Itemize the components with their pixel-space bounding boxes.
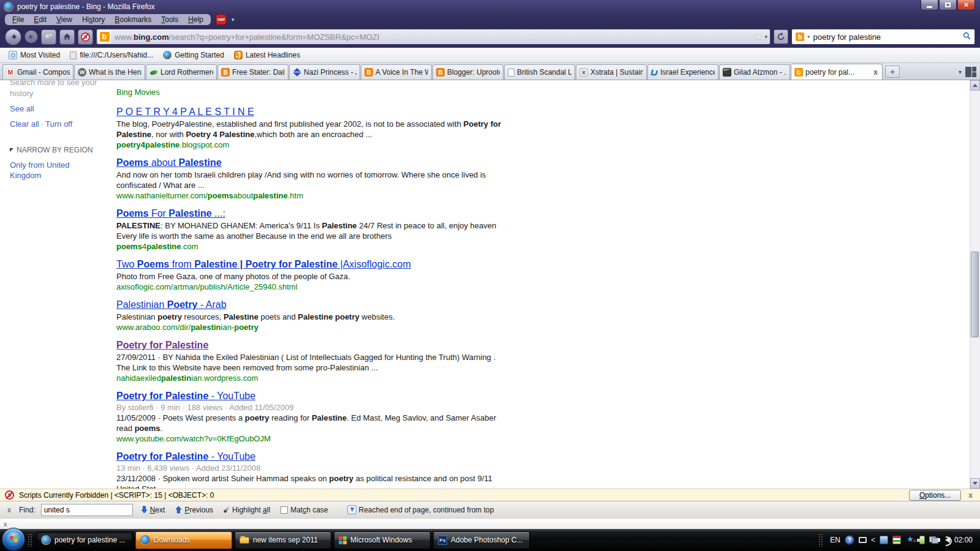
clear-all-link[interactable]: Clear all xyxy=(10,119,39,129)
language-indicator[interactable]: EN xyxy=(830,536,840,544)
taskbar-grip xyxy=(28,533,33,547)
back-button[interactable] xyxy=(5,29,21,45)
menu-history[interactable]: History xyxy=(77,15,110,24)
network-tray-icon[interactable] xyxy=(929,536,938,544)
favorites-tray-icon[interactable]: ★ xyxy=(905,535,915,545)
result-title-link[interactable]: Poems For Palestine ...: xyxy=(116,208,225,219)
file-icon xyxy=(70,51,77,59)
match-case-checkbox[interactable]: Match case xyxy=(278,504,330,515)
taskbar-button-downloads[interactable]: Downloads xyxy=(135,531,232,549)
region-filter-link[interactable]: Only from United Kingdom xyxy=(10,160,70,180)
highlight-all-button[interactable]: Highlight all xyxy=(221,504,273,515)
bookmark-getting-started[interactable]: Getting Started xyxy=(158,50,229,61)
menubar: File Edit View History Bookmarks Tools H… xyxy=(0,13,980,26)
bing-movies-link[interactable]: Bing Movies xyxy=(116,87,160,97)
menu-bookmarks[interactable]: Bookmarks xyxy=(110,15,156,24)
updates-tray-icon[interactable] xyxy=(880,536,888,544)
findbar-close-icon[interactable]: x xyxy=(5,506,13,514)
see-all-link[interactable]: See all xyxy=(10,104,34,113)
tray-expand-icon[interactable]: < xyxy=(871,536,875,544)
addon-bar: x xyxy=(0,518,980,529)
result-title-link[interactable]: Palestinian Poetry - Arab xyxy=(116,299,227,310)
taskbar-button-folder[interactable]: new items sep 2011 xyxy=(235,531,331,549)
menu-help[interactable]: Help xyxy=(183,15,208,24)
result-title-link[interactable]: Poetry for Palestine - YouTube xyxy=(116,451,255,462)
bookmark-latest-headlines[interactable]: Latest Headlines xyxy=(229,50,305,61)
result-title-link[interactable]: P O E T R Y 4 P A L E S T I N E xyxy=(116,106,254,118)
new-tab-button[interactable]: + xyxy=(885,66,900,78)
menu-view[interactable]: View xyxy=(51,15,77,24)
addon-toolbar-button[interactable] xyxy=(41,29,56,45)
vertical-scrollbar[interactable] xyxy=(970,80,980,489)
search-go-button[interactable] xyxy=(963,32,971,42)
turn-off-link[interactable]: Turn off xyxy=(45,119,72,129)
tab-a-voice[interactable]: BA Voice In The W... xyxy=(361,64,432,80)
search-engine-icon[interactable]: b xyxy=(796,32,804,41)
window-title: poetry for palestine - Bing - Mozilla Fi… xyxy=(17,2,155,11)
taskbar-button-firefox[interactable]: poetry for palestine ... xyxy=(36,531,133,549)
taskbar-button-photoshop[interactable]: Ps Adobe Photoshop C... xyxy=(433,531,530,549)
search-box[interactable]: b ▾ poetry for palestine xyxy=(791,29,975,45)
scroll-down-button[interactable] xyxy=(970,478,980,489)
tab-nazi-princess[interactable]: Nazi Princess - Ji... xyxy=(289,64,360,80)
start-button[interactable] xyxy=(2,528,25,551)
result-title-link-visited[interactable]: Poetry for Palestine xyxy=(116,339,208,351)
star-dropdown-icon[interactable]: ▾ xyxy=(764,34,767,40)
search-result-3: Poems For Palestine ...: PALESTINE: BY M… xyxy=(116,208,501,252)
minimize-button[interactable] xyxy=(921,0,938,10)
chevron-down-icon[interactable]: ▾ xyxy=(232,17,235,23)
url-bar[interactable]: b www.bing.com/search?q=poetry+for+pales… xyxy=(96,29,771,45)
scrollbar-thumb[interactable] xyxy=(971,252,979,337)
close-button[interactable]: × xyxy=(957,0,975,10)
reload-button[interactable] xyxy=(774,29,788,44)
result-title-link[interactable]: Poems about Palestine xyxy=(116,157,222,168)
windows-logo-icon xyxy=(10,535,18,543)
find-previous-button[interactable]: Previous xyxy=(173,504,216,515)
bookmark-most-visited[interactable]: Most Visited xyxy=(4,50,65,61)
forward-button[interactable] xyxy=(24,30,38,43)
tab-close-icon[interactable]: x xyxy=(872,68,879,77)
noscript-message: Scripts Currently Forbidden | <SCRIPT>: … xyxy=(19,491,214,500)
find-next-button[interactable]: Next xyxy=(138,504,168,515)
search-engine-dropdown-icon[interactable]: ▾ xyxy=(807,34,810,40)
scroll-up-button[interactable] xyxy=(970,80,980,91)
tab-lord-rothermere[interactable]: Lord Rothermere... xyxy=(146,64,217,80)
taskbar-button-microsoft-windows[interactable]: Microsoft Windows xyxy=(334,531,431,549)
result-title-link[interactable]: Two Poems from Palestine | Poetry for Pa… xyxy=(116,258,411,270)
power-tray-icon[interactable] xyxy=(919,536,925,544)
bookmark-star-icon[interactable]: ★ xyxy=(754,31,762,42)
tab-poetry-for-palestine[interactable]: bpoetry for pal...x xyxy=(791,64,883,80)
menu-tools[interactable]: Tools xyxy=(156,15,183,24)
tab-groups-button[interactable] xyxy=(964,66,978,78)
bookmark-local-file[interactable]: file:///C:/Users/Nahid... xyxy=(65,50,158,61)
tab-xstrata[interactable]: XXstrata | Sustaina... xyxy=(576,64,647,80)
noscript-options-button[interactable]: Options... xyxy=(909,490,961,501)
result-description: Palestinian poetry resources, Palestine … xyxy=(116,312,501,322)
tab-blogger-uprooted[interactable]: BBlogger: Uproote... xyxy=(432,64,503,80)
display-icon[interactable] xyxy=(859,537,867,543)
tab-british-scandal[interactable]: British Scandal Li... xyxy=(504,64,575,80)
tab-gmail[interactable]: MGmail - Compos... xyxy=(2,64,74,80)
volume-tray-icon[interactable] xyxy=(945,537,950,543)
find-input[interactable] xyxy=(41,504,133,516)
addonbar-close-icon[interactable]: x xyxy=(4,520,7,528)
help-icon[interactable]: ? xyxy=(845,535,854,545)
menu-file[interactable]: File xyxy=(7,15,29,24)
clock[interactable]: 02:00 xyxy=(954,536,973,544)
noscript-button[interactable]: S xyxy=(78,29,93,45)
result-video-meta: By stoller6 · 9 min · 188 views · Added … xyxy=(116,403,501,413)
scheduler-tray-icon[interactable] xyxy=(892,536,901,544)
tab-wordpress[interactable]: WWhat is the Henr... xyxy=(74,64,145,80)
system-tray: EN ? < ★ 02:00 xyxy=(816,533,979,547)
result-title-link[interactable]: Poetry for Palestine - YouTube xyxy=(116,390,255,402)
maximize-button[interactable] xyxy=(939,0,957,10)
tab-gilad-atzmon[interactable]: Gilad Atzmon - ... xyxy=(719,64,790,80)
tab-israel-experience[interactable]: Israel Experience ... xyxy=(647,64,718,80)
home-button[interactable] xyxy=(59,29,75,45)
tab-free-stater[interactable]: BFree Stater: Daily ... xyxy=(217,64,288,80)
noscript-close-icon[interactable]: x xyxy=(966,491,975,500)
tab-overflow-dropdown-icon[interactable]: ▾ xyxy=(959,69,962,75)
adblock-plus-icon[interactable]: ABP xyxy=(216,14,227,25)
menu-edit[interactable]: Edit xyxy=(29,15,51,24)
result-url: www.nathanielturner.com/poemsaboutpalest… xyxy=(116,190,501,201)
